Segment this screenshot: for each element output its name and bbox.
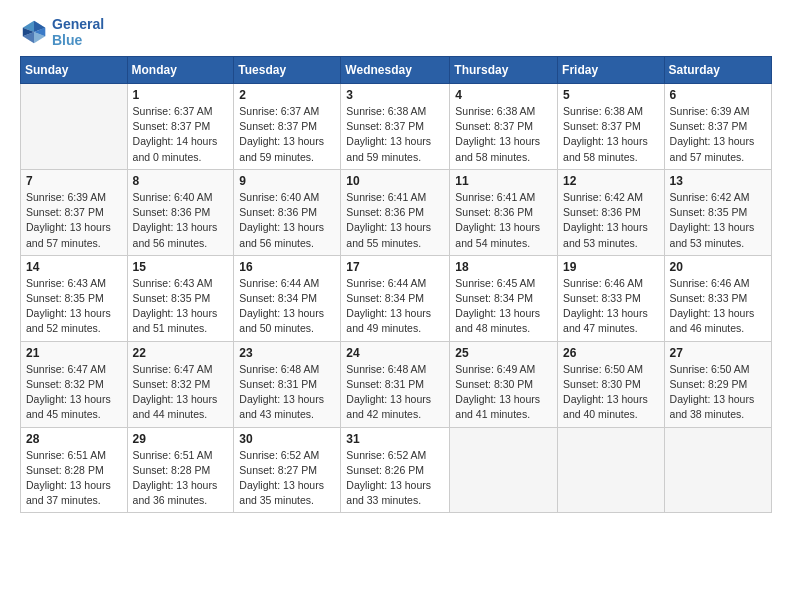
day-info: Sunrise: 6:38 AMSunset: 8:37 PMDaylight:… [563, 104, 659, 165]
day-number: 22 [133, 346, 229, 360]
day-info: Sunrise: 6:49 AMSunset: 8:30 PMDaylight:… [455, 362, 552, 423]
calendar-cell: 12Sunrise: 6:42 AMSunset: 8:36 PMDayligh… [558, 169, 665, 255]
day-number: 12 [563, 174, 659, 188]
calendar-cell: 25Sunrise: 6:49 AMSunset: 8:30 PMDayligh… [450, 341, 558, 427]
calendar-cell: 30Sunrise: 6:52 AMSunset: 8:27 PMDayligh… [234, 427, 341, 513]
calendar-week-1: 1Sunrise: 6:37 AMSunset: 8:37 PMDaylight… [21, 84, 772, 170]
calendar-cell: 26Sunrise: 6:50 AMSunset: 8:30 PMDayligh… [558, 341, 665, 427]
day-info: Sunrise: 6:46 AMSunset: 8:33 PMDaylight:… [563, 276, 659, 337]
calendar-cell [21, 84, 128, 170]
weekday-header-sunday: Sunday [21, 57, 128, 84]
day-number: 20 [670, 260, 766, 274]
calendar-cell: 1Sunrise: 6:37 AMSunset: 8:37 PMDaylight… [127, 84, 234, 170]
calendar-cell: 20Sunrise: 6:46 AMSunset: 8:33 PMDayligh… [664, 255, 771, 341]
day-number: 17 [346, 260, 444, 274]
calendar-cell: 16Sunrise: 6:44 AMSunset: 8:34 PMDayligh… [234, 255, 341, 341]
weekday-header-thursday: Thursday [450, 57, 558, 84]
day-number: 5 [563, 88, 659, 102]
day-number: 28 [26, 432, 122, 446]
day-info: Sunrise: 6:50 AMSunset: 8:29 PMDaylight:… [670, 362, 766, 423]
day-info: Sunrise: 6:44 AMSunset: 8:34 PMDaylight:… [346, 276, 444, 337]
calendar-cell: 22Sunrise: 6:47 AMSunset: 8:32 PMDayligh… [127, 341, 234, 427]
day-info: Sunrise: 6:39 AMSunset: 8:37 PMDaylight:… [26, 190, 122, 251]
calendar-week-2: 7Sunrise: 6:39 AMSunset: 8:37 PMDaylight… [21, 169, 772, 255]
header: General Blue [20, 16, 772, 48]
day-number: 13 [670, 174, 766, 188]
day-number: 11 [455, 174, 552, 188]
day-info: Sunrise: 6:52 AMSunset: 8:27 PMDaylight:… [239, 448, 335, 509]
weekday-header-row: SundayMondayTuesdayWednesdayThursdayFrid… [21, 57, 772, 84]
day-info: Sunrise: 6:52 AMSunset: 8:26 PMDaylight:… [346, 448, 444, 509]
day-info: Sunrise: 6:51 AMSunset: 8:28 PMDaylight:… [26, 448, 122, 509]
day-info: Sunrise: 6:47 AMSunset: 8:32 PMDaylight:… [26, 362, 122, 423]
logo-icon [20, 18, 48, 46]
day-info: Sunrise: 6:40 AMSunset: 8:36 PMDaylight:… [239, 190, 335, 251]
calendar-cell: 3Sunrise: 6:38 AMSunset: 8:37 PMDaylight… [341, 84, 450, 170]
calendar-cell: 5Sunrise: 6:38 AMSunset: 8:37 PMDaylight… [558, 84, 665, 170]
day-info: Sunrise: 6:42 AMSunset: 8:35 PMDaylight:… [670, 190, 766, 251]
weekday-header-tuesday: Tuesday [234, 57, 341, 84]
calendar-cell: 19Sunrise: 6:46 AMSunset: 8:33 PMDayligh… [558, 255, 665, 341]
day-info: Sunrise: 6:42 AMSunset: 8:36 PMDaylight:… [563, 190, 659, 251]
calendar-cell [558, 427, 665, 513]
day-number: 8 [133, 174, 229, 188]
weekday-header-monday: Monday [127, 57, 234, 84]
day-info: Sunrise: 6:45 AMSunset: 8:34 PMDaylight:… [455, 276, 552, 337]
calendar-cell: 2Sunrise: 6:37 AMSunset: 8:37 PMDaylight… [234, 84, 341, 170]
day-info: Sunrise: 6:50 AMSunset: 8:30 PMDaylight:… [563, 362, 659, 423]
calendar-cell: 10Sunrise: 6:41 AMSunset: 8:36 PMDayligh… [341, 169, 450, 255]
day-number: 27 [670, 346, 766, 360]
calendar-cell [664, 427, 771, 513]
day-info: Sunrise: 6:38 AMSunset: 8:37 PMDaylight:… [346, 104, 444, 165]
day-number: 7 [26, 174, 122, 188]
day-info: Sunrise: 6:47 AMSunset: 8:32 PMDaylight:… [133, 362, 229, 423]
calendar-week-5: 28Sunrise: 6:51 AMSunset: 8:28 PMDayligh… [21, 427, 772, 513]
day-info: Sunrise: 6:39 AMSunset: 8:37 PMDaylight:… [670, 104, 766, 165]
day-info: Sunrise: 6:38 AMSunset: 8:37 PMDaylight:… [455, 104, 552, 165]
day-number: 10 [346, 174, 444, 188]
calendar-cell: 9Sunrise: 6:40 AMSunset: 8:36 PMDaylight… [234, 169, 341, 255]
calendar-cell: 23Sunrise: 6:48 AMSunset: 8:31 PMDayligh… [234, 341, 341, 427]
calendar-cell: 11Sunrise: 6:41 AMSunset: 8:36 PMDayligh… [450, 169, 558, 255]
day-info: Sunrise: 6:48 AMSunset: 8:31 PMDaylight:… [346, 362, 444, 423]
day-number: 30 [239, 432, 335, 446]
day-number: 15 [133, 260, 229, 274]
day-number: 16 [239, 260, 335, 274]
calendar-cell: 15Sunrise: 6:43 AMSunset: 8:35 PMDayligh… [127, 255, 234, 341]
calendar-cell: 14Sunrise: 6:43 AMSunset: 8:35 PMDayligh… [21, 255, 128, 341]
day-number: 29 [133, 432, 229, 446]
calendar-cell: 6Sunrise: 6:39 AMSunset: 8:37 PMDaylight… [664, 84, 771, 170]
day-number: 14 [26, 260, 122, 274]
calendar-cell [450, 427, 558, 513]
calendar-cell: 27Sunrise: 6:50 AMSunset: 8:29 PMDayligh… [664, 341, 771, 427]
day-number: 23 [239, 346, 335, 360]
day-number: 18 [455, 260, 552, 274]
logo: General Blue [20, 16, 104, 48]
calendar-cell: 17Sunrise: 6:44 AMSunset: 8:34 PMDayligh… [341, 255, 450, 341]
calendar-cell: 29Sunrise: 6:51 AMSunset: 8:28 PMDayligh… [127, 427, 234, 513]
calendar-week-4: 21Sunrise: 6:47 AMSunset: 8:32 PMDayligh… [21, 341, 772, 427]
day-info: Sunrise: 6:51 AMSunset: 8:28 PMDaylight:… [133, 448, 229, 509]
calendar-cell: 7Sunrise: 6:39 AMSunset: 8:37 PMDaylight… [21, 169, 128, 255]
calendar-cell: 24Sunrise: 6:48 AMSunset: 8:31 PMDayligh… [341, 341, 450, 427]
day-number: 3 [346, 88, 444, 102]
logo-text: General Blue [52, 16, 104, 48]
day-number: 1 [133, 88, 229, 102]
day-info: Sunrise: 6:43 AMSunset: 8:35 PMDaylight:… [133, 276, 229, 337]
calendar-cell: 31Sunrise: 6:52 AMSunset: 8:26 PMDayligh… [341, 427, 450, 513]
calendar-table: SundayMondayTuesdayWednesdayThursdayFrid… [20, 56, 772, 513]
weekday-header-friday: Friday [558, 57, 665, 84]
calendar-cell: 8Sunrise: 6:40 AMSunset: 8:36 PMDaylight… [127, 169, 234, 255]
day-info: Sunrise: 6:37 AMSunset: 8:37 PMDaylight:… [133, 104, 229, 165]
day-info: Sunrise: 6:41 AMSunset: 8:36 PMDaylight:… [346, 190, 444, 251]
day-number: 21 [26, 346, 122, 360]
calendar-cell: 18Sunrise: 6:45 AMSunset: 8:34 PMDayligh… [450, 255, 558, 341]
day-number: 4 [455, 88, 552, 102]
calendar-cell: 4Sunrise: 6:38 AMSunset: 8:37 PMDaylight… [450, 84, 558, 170]
calendar-header: SundayMondayTuesdayWednesdayThursdayFrid… [21, 57, 772, 84]
day-number: 26 [563, 346, 659, 360]
day-info: Sunrise: 6:43 AMSunset: 8:35 PMDaylight:… [26, 276, 122, 337]
weekday-header-saturday: Saturday [664, 57, 771, 84]
day-info: Sunrise: 6:40 AMSunset: 8:36 PMDaylight:… [133, 190, 229, 251]
day-info: Sunrise: 6:48 AMSunset: 8:31 PMDaylight:… [239, 362, 335, 423]
